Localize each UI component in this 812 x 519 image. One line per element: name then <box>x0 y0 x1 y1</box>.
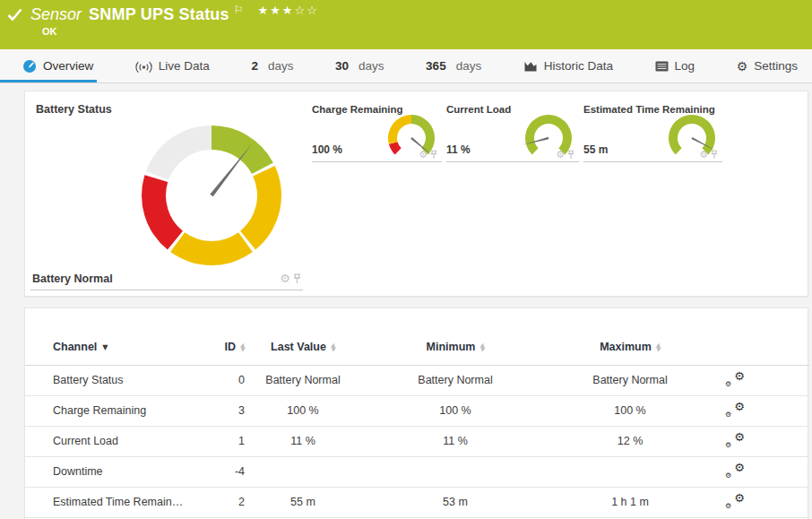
tab-label: Settings <box>754 59 798 73</box>
channel-table-panel: Channel▼ ID▲▼ Last Value▲▼ Minimum▲▼ Max… <box>24 307 808 519</box>
gauge-footer: Battery Normal ⚙ <box>30 272 303 290</box>
channel-settings-icon[interactable]: ⚙ <box>280 274 290 283</box>
last-value: 100 % <box>245 395 361 426</box>
column-header-minimum[interactable]: Minimum▲▼ <box>361 330 549 365</box>
last-value: 11 % <box>245 426 361 456</box>
column-header-id[interactable]: ID▲▼ <box>222 330 245 365</box>
channel-name[interactable]: Charge Remaining <box>25 395 222 426</box>
minimum-value: 11 % <box>361 426 549 456</box>
pin-icon[interactable] <box>711 150 718 160</box>
area-chart-icon <box>523 60 538 73</box>
maximum-value: 12 % <box>549 426 711 456</box>
tab-number: 30 <box>335 59 349 73</box>
tab-number: 365 <box>426 59 446 73</box>
tab-label: Historic Data <box>544 59 613 73</box>
maximum-value: 100 % <box>549 395 711 426</box>
maximum-value: Battery Normal <box>549 365 711 395</box>
channel-id: 2 <box>222 487 245 517</box>
channel-settings-gears-icon[interactable]: ⚙⚙ <box>725 463 745 479</box>
sort-icon: ▲▼ <box>240 343 245 352</box>
sort-icon: ▲▼ <box>331 343 335 352</box>
tab-label: Live Data <box>159 59 210 73</box>
tab-label: Overview <box>43 59 93 73</box>
tab-settings[interactable]: ⚙ Settings <box>737 49 798 82</box>
check-icon <box>7 8 22 22</box>
channel-name[interactable]: Downtime <box>25 456 222 487</box>
battery-status-gauge <box>135 119 288 272</box>
mini-gauges-row: Charge Remaining 100 % ⚙ Current Load 11… <box>312 91 722 296</box>
maximum-value: 1 h 1 m <box>549 487 711 517</box>
table-header-row: Channel▼ ID▲▼ Last Value▲▼ Minimum▲▼ Max… <box>25 330 809 365</box>
channel-id: 1 <box>222 426 245 456</box>
tab-bar: Overview Live Data 2 days 30 days 365 da… <box>0 49 812 83</box>
channel-settings-gears-icon[interactable]: ⚙⚙ <box>725 371 745 387</box>
gauge-value: 100 % <box>312 143 342 156</box>
channel-settings-gears-icon[interactable]: ⚙⚙ <box>725 493 745 509</box>
gauge-title: Current Load <box>446 104 511 115</box>
sort-icon: ▲▼ <box>479 343 484 352</box>
object-kind-label: Sensor <box>30 5 82 24</box>
channel-name[interactable]: Current Load <box>25 426 222 456</box>
flag-icon[interactable]: ⚐ <box>234 4 244 16</box>
minimum-value: 53 m <box>361 487 549 517</box>
channel-table: Channel▼ ID▲▼ Last Value▲▼ Minimum▲▼ Max… <box>25 330 809 518</box>
last-value <box>245 456 361 487</box>
charge-remaining-block: Charge Remaining 100 % ⚙ <box>312 91 442 162</box>
tab-label: days <box>268 59 294 73</box>
estimated-time-remaining-block: Estimated Time Remaining 55 m ⚙ <box>583 91 722 162</box>
priority-stars[interactable]: ★★★☆☆ <box>258 4 319 17</box>
channel-id: -4 <box>222 456 245 487</box>
channel-settings-icon[interactable]: ⚙ <box>419 151 428 160</box>
tab-historic-data[interactable]: Historic Data <box>523 49 613 82</box>
minimum-value: Battery Normal <box>361 365 549 395</box>
gauge-icon <box>22 59 37 74</box>
table-row: Charge Remaining 3 100 % 100 % 100 % ⚙⚙ <box>25 395 809 426</box>
gauge-value: Battery Normal <box>32 272 113 285</box>
table-row: Battery Status 0 Battery Normal Battery … <box>25 365 809 395</box>
page-title: SNMP UPS Status <box>89 5 229 24</box>
gauge-value: 11 % <box>446 143 471 156</box>
channel-name[interactable]: Estimated Time Remain… <box>25 487 222 517</box>
table-row: Downtime -4 ⚙⚙ <box>25 456 809 487</box>
tab-label: Log <box>675 59 695 73</box>
current-load-block: Current Load 11 % ⚙ <box>446 91 579 162</box>
last-value: 55 m <box>245 487 361 517</box>
pin-icon[interactable] <box>567 150 574 160</box>
column-header-maximum[interactable]: Maximum▲▼ <box>549 330 711 365</box>
tab-number: 2 <box>251 59 258 73</box>
sensor-status-header: Sensor SNMP UPS Status ⚐ ★★★☆☆ OK <box>0 0 812 49</box>
pin-icon[interactable] <box>293 273 301 284</box>
channel-settings-gears-icon[interactable]: ⚙⚙ <box>725 432 745 448</box>
channel-settings-icon[interactable]: ⚙ <box>556 151 565 160</box>
table-row: Current Load 1 11 % 11 % 12 % ⚙⚙ <box>25 426 809 456</box>
table-row: Estimated Time Remain… 2 55 m 53 m 1 h 1… <box>25 487 809 517</box>
live-icon <box>135 60 152 73</box>
last-value: Battery Normal <box>245 365 361 395</box>
channel-name[interactable]: Battery Status <box>25 365 222 395</box>
gauges-panel: Battery Status Battery Normal ⚙ Charge R… <box>24 91 808 297</box>
status-badge: OK <box>42 26 57 37</box>
pin-icon[interactable] <box>430 150 437 160</box>
channel-settings-icon[interactable]: ⚙ <box>699 151 708 160</box>
tab-overview[interactable]: Overview <box>22 49 93 82</box>
battery-status-gauge-block: Battery Status Battery Normal ⚙ <box>25 91 312 296</box>
maximum-value <box>549 456 711 487</box>
tab-365-days[interactable]: 365 days <box>426 49 481 82</box>
tab-label: days <box>358 59 384 73</box>
channel-settings-gears-icon[interactable]: ⚙⚙ <box>725 402 745 418</box>
column-header-last-value[interactable]: Last Value▲▼ <box>245 330 361 365</box>
column-header-channel[interactable]: Channel▼ <box>25 330 222 365</box>
channel-id: 0 <box>222 365 245 395</box>
minimum-value <box>361 456 549 487</box>
channel-id: 3 <box>222 395 245 426</box>
sort-icon: ▲▼ <box>656 343 661 352</box>
tab-label: days <box>456 59 482 73</box>
log-list-icon <box>655 61 669 72</box>
sort-desc-icon: ▼ <box>102 343 108 351</box>
tab-live-data[interactable]: Live Data <box>135 49 210 82</box>
tab-log[interactable]: Log <box>655 49 695 82</box>
tab-2-days[interactable]: 2 days <box>251 49 293 82</box>
gauge-title: Battery Status <box>36 103 112 116</box>
tab-30-days[interactable]: 30 days <box>335 49 384 82</box>
gear-icon: ⚙ <box>737 59 748 74</box>
